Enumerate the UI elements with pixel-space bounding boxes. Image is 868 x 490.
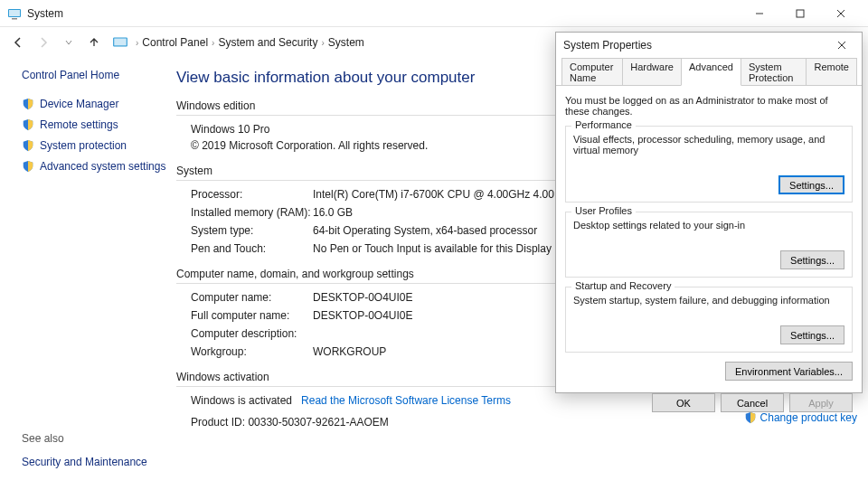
apply-button[interactable]: Apply — [789, 393, 853, 412]
tab-computer-name[interactable]: Computer Name — [561, 58, 623, 86]
breadcrumb: › Control Panel › System and Security › … — [136, 36, 364, 49]
forward-button — [33, 32, 54, 53]
chevron-right-icon[interactable]: › — [136, 38, 138, 48]
shield-icon — [22, 139, 34, 152]
row-label: Workgroup: — [191, 345, 313, 358]
row-value: 64-bit Operating System, x64-based proce… — [313, 224, 537, 237]
dialog-tabs: Computer Name Hardware Advanced System P… — [556, 58, 862, 86]
close-button[interactable] — [820, 0, 861, 27]
group-legend: User Profiles — [571, 205, 636, 216]
svg-rect-4 — [797, 10, 804, 17]
row-value: WORKGROUP — [313, 345, 386, 358]
performance-settings-button[interactable]: Settings... — [778, 175, 844, 194]
dialog-title: System Properties — [563, 39, 829, 52]
svg-rect-2 — [12, 18, 17, 20]
sidebar-link-advanced-settings[interactable]: Advanced system settings — [22, 160, 169, 173]
group-legend: Performance — [571, 119, 636, 130]
group-user-profiles: User Profiles Desktop settings related t… — [565, 212, 853, 278]
environment-variables-button[interactable]: Environment Variables... — [725, 362, 853, 381]
breadcrumb-control-panel[interactable]: Control Panel — [142, 36, 208, 49]
path-icon — [112, 34, 128, 51]
sidebar-link-remote-settings[interactable]: Remote settings — [22, 118, 169, 131]
row-label: System type: — [191, 224, 313, 237]
row-value: DESKTOP-0O4UI0E — [313, 291, 412, 304]
sidebar-link-device-manager[interactable]: Device Manager — [22, 98, 169, 110]
system-icon — [7, 6, 22, 21]
window-title: System — [27, 7, 739, 20]
sidebar-label: Remote settings — [40, 118, 118, 131]
user-profiles-settings-button[interactable]: Settings... — [780, 250, 844, 269]
tab-remote[interactable]: Remote — [806, 58, 857, 86]
row-value: 16.0 GB — [313, 206, 353, 219]
back-button[interactable] — [7, 32, 29, 53]
system-properties-dialog: System Properties Computer Name Hardware… — [555, 32, 863, 393]
sidebar: Control Panel Home Device Manager Remote… — [0, 58, 176, 490]
shield-icon — [22, 160, 34, 173]
group-performance: Performance Visual effects, processor sc… — [565, 126, 853, 203]
activation-status: Windows is activated — [191, 394, 292, 407]
shield-icon — [22, 118, 34, 131]
product-id-label: Product ID: — [191, 416, 245, 429]
window-titlebar: System — [0, 0, 868, 27]
row-label: Installed memory (RAM): — [191, 206, 313, 219]
maximize-button[interactable] — [779, 0, 820, 27]
group-desc: System startup, system failure, and debu… — [573, 295, 844, 306]
row-label: Full computer name: — [191, 309, 313, 322]
see-also-heading: See also — [22, 432, 64, 445]
minimize-button[interactable] — [739, 0, 779, 27]
group-startup-recovery: Startup and Recovery System startup, sys… — [565, 287, 853, 353]
startup-recovery-settings-button[interactable]: Settings... — [780, 325, 844, 344]
shield-icon — [22, 98, 34, 110]
group-legend: Startup and Recovery — [571, 280, 675, 291]
sidebar-link-system-protection[interactable]: System protection — [22, 139, 169, 152]
svg-rect-8 — [114, 39, 127, 46]
breadcrumb-system[interactable]: System — [328, 36, 364, 49]
cancel-button[interactable]: Cancel — [721, 393, 784, 412]
row-label: Processor: — [191, 188, 313, 201]
row-value: Intel(R) Core(TM) i7-6700K CPU @ 4.00GHz… — [313, 188, 579, 201]
row-value: No Pen or Touch Input is available for t… — [313, 242, 552, 255]
dialog-body: You must be logged on as an Administrato… — [556, 85, 862, 388]
sidebar-label: Advanced system settings — [40, 160, 165, 173]
row-value: DESKTOP-0O4UI0E — [313, 309, 412, 322]
row-label: Pen and Touch: — [191, 242, 313, 255]
ok-button[interactable]: OK — [652, 393, 715, 412]
license-terms-link[interactable]: Read the Microsoft Software License Term… — [301, 394, 511, 407]
chevron-right-icon[interactable]: › — [212, 38, 214, 48]
control-panel-home-link[interactable]: Control Panel Home — [22, 69, 169, 81]
sidebar-label: System protection — [40, 139, 127, 152]
admin-note: You must be logged on as an Administrato… — [565, 95, 853, 117]
product-id-value: 00330-50307-92621-AAOEM — [248, 416, 388, 429]
dialog-close-button[interactable] — [829, 33, 854, 58]
tab-system-protection[interactable]: System Protection — [741, 58, 807, 86]
tab-hardware[interactable]: Hardware — [622, 58, 682, 86]
sidebar-label: Device Manager — [40, 98, 118, 110]
tab-advanced[interactable]: Advanced — [681, 58, 741, 86]
breadcrumb-system-security[interactable]: System and Security — [218, 36, 317, 49]
chevron-right-icon[interactable]: › — [321, 38, 324, 48]
group-desc: Visual effects, processor scheduling, me… — [573, 134, 844, 155]
row-label: Computer description: — [191, 327, 313, 340]
up-button[interactable] — [83, 32, 105, 53]
recent-dropdown[interactable] — [58, 32, 80, 53]
dialog-titlebar: System Properties — [556, 33, 862, 58]
row-label: Computer name: — [191, 291, 313, 304]
dialog-footer: OK Cancel Apply — [556, 388, 862, 421]
svg-rect-1 — [9, 10, 20, 16]
group-desc: Desktop settings related to your sign-in — [573, 220, 844, 231]
security-maintenance-link[interactable]: Security and Maintenance — [22, 456, 147, 468]
